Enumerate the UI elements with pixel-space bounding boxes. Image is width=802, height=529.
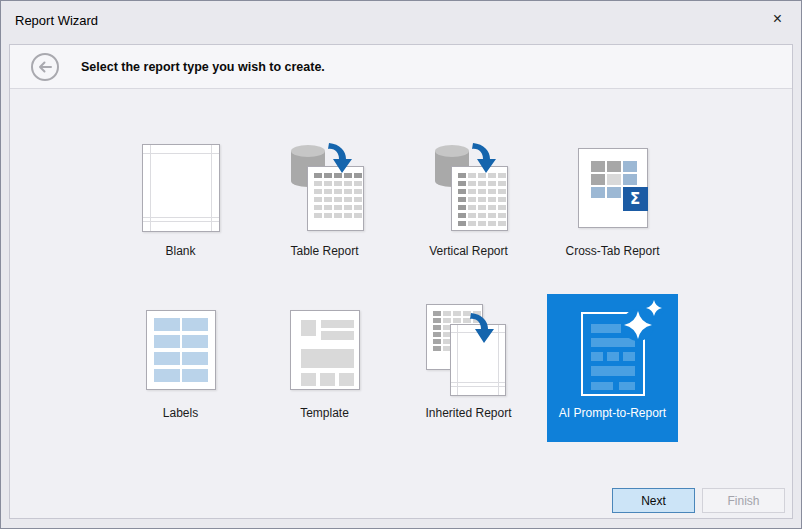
blank-report-icon xyxy=(133,140,229,238)
tile-cross-tab-report[interactable]: Σ Cross-Tab Report xyxy=(547,132,678,280)
data-flow-arrow-icon xyxy=(467,312,499,348)
inherited-report-icon xyxy=(421,302,517,400)
tile-vertical-report[interactable]: Vertical Report xyxy=(403,132,534,280)
wizard-header: Select the report type you wish to creat… xyxy=(10,45,792,89)
finish-button[interactable]: Finish xyxy=(702,488,785,513)
data-flow-arrow-icon xyxy=(325,142,357,178)
cross-tab-page: Σ xyxy=(578,148,648,228)
tile-labels[interactable]: Labels xyxy=(115,294,246,442)
ai-prompt-to-report-icon xyxy=(565,302,661,400)
cross-tab-report-icon: Σ xyxy=(565,140,661,238)
labels-page xyxy=(146,310,216,390)
tile-label: Cross-Tab Report xyxy=(565,244,659,258)
window-title: Report Wizard xyxy=(15,13,98,28)
labels-report-icon xyxy=(133,302,229,400)
next-button[interactable]: Next xyxy=(612,488,695,513)
back-button[interactable] xyxy=(30,52,60,82)
close-icon[interactable]: × xyxy=(773,11,782,27)
back-arrow-icon xyxy=(30,52,60,82)
data-flow-arrow-icon xyxy=(469,142,501,178)
tile-ai-prompt-to-report[interactable]: AI Prompt-to-Report xyxy=(547,294,678,442)
tile-inherited-report[interactable]: Inherited Report xyxy=(403,294,534,442)
table-report-icon xyxy=(277,140,373,238)
tile-label: Template xyxy=(300,406,349,420)
sigma-icon: Σ xyxy=(623,187,648,211)
report-type-list: Blank Table Report xyxy=(115,132,678,442)
vertical-report-icon xyxy=(421,140,517,238)
ai-sparkle-icon xyxy=(621,298,667,346)
tile-label: Blank xyxy=(165,244,195,258)
tile-label: Vertical Report xyxy=(429,244,508,258)
tile-label: Inherited Report xyxy=(425,406,511,420)
template-page xyxy=(290,310,360,390)
tile-table-report[interactable]: Table Report xyxy=(259,132,390,280)
tile-label: Labels xyxy=(163,406,198,420)
tile-blank[interactable]: Blank xyxy=(115,132,246,280)
tile-label: Table Report xyxy=(290,244,358,258)
wizard-instruction: Select the report type you wish to creat… xyxy=(81,45,325,89)
title-bar: Report Wizard × xyxy=(1,1,801,44)
template-report-icon xyxy=(277,302,373,400)
report-wizard-dialog: Report Wizard × Select the report type y… xyxy=(0,0,802,529)
tile-template[interactable]: Template xyxy=(259,294,390,442)
tile-label: AI Prompt-to-Report xyxy=(559,406,666,420)
wizard-panel: Select the report type you wish to creat… xyxy=(9,44,793,519)
blank-page xyxy=(142,144,220,232)
